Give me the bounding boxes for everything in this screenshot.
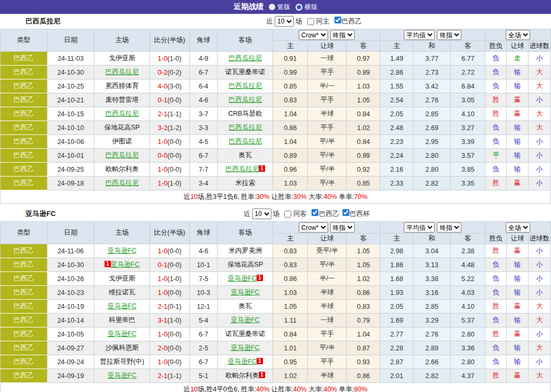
page-title: 近期战绩 [234, 2, 263, 12]
avg-home-cell: 1.86 [380, 258, 413, 272]
summary-text-segment: 大率: [307, 386, 324, 392]
avg-home-cell: 2.54 [380, 93, 413, 107]
average-time-select[interactable]: 终指 [437, 30, 461, 40]
result-wdl-cell: 负 [485, 135, 507, 149]
odds-home-cell: 0.83 [273, 258, 308, 272]
team-cell: 亚马逊FC [94, 327, 150, 341]
summary-text-segment: 40% [256, 386, 269, 392]
match-count-select[interactable]: 10 [252, 209, 271, 219]
focus-team-link[interactable]: 巴西瓜拉尼 [229, 82, 262, 90]
focus-team-link[interactable]: 巴西瓜拉尼 [106, 110, 139, 117]
focus-team-link[interactable]: 亚马逊FC [108, 330, 137, 338]
fulltime-header: 全场 [485, 29, 551, 41]
average-select[interactable]: 平均值 [404, 30, 435, 40]
sub-column-header: 让球 [308, 234, 347, 244]
radio-selected-icon[interactable] [269, 4, 275, 10]
focus-team-link[interactable]: 亚马逊FC [231, 344, 260, 351]
fulltime-score: 0-2 [158, 69, 167, 76]
corner-cell: 2-5 [189, 341, 218, 355]
matches-table: 类型日期主场比分(半场)角球客场Crow*终指平均值终指全场 主让球客主和客胜负… [0, 221, 551, 383]
summary-text-segment: 让胜率: [269, 386, 293, 392]
odds-away-cell: 0.97 [347, 52, 380, 66]
same-venue-checkbox[interactable] [284, 211, 291, 218]
focus-team-link[interactable]: 巴西瓜拉尼 [106, 68, 139, 76]
odds-handicap-cell: 平手 [308, 66, 347, 79]
average-select[interactable]: 平均值 [404, 222, 435, 233]
focus-team-link[interactable]: 亚马逊FC [228, 275, 257, 282]
halftime-score: (0-0) [167, 345, 181, 352]
focus-team-link[interactable]: 巴西瓜拉尼 [229, 138, 262, 145]
average-time-select[interactable]: 终指 [437, 222, 461, 233]
team-cell: 巴西瓜拉尼 [218, 93, 273, 107]
odds-time-select[interactable]: 终指 [330, 222, 355, 233]
league-type-cell: 巴西乙 [1, 272, 47, 286]
focus-team-link[interactable]: 亚马逊FC [231, 289, 260, 296]
odds-time-select[interactable]: 终指 [330, 30, 355, 40]
league-type-cell: 巴西乙 [1, 93, 47, 107]
avg-home-cell: 2.33 [380, 177, 413, 190]
focus-team-link[interactable]: 巴西瓜拉尼 [106, 179, 139, 187]
focus-team-link[interactable]: 巴西瓜拉尼 [229, 96, 262, 103]
focus-team-link[interactable]: 巴西瓜拉尼 [229, 124, 262, 131]
match-row: 巴西乙24-09-24普拉斯哥野(中)1-0(0-0)6-7亚马逊FC10.95… [1, 355, 551, 369]
corner-cell: 4-5 [189, 135, 218, 149]
summary-text-segment: 10 [190, 386, 198, 392]
layout-horizontal-radio[interactable]: 横版 [296, 3, 317, 12]
corner-cell: 7-7 [189, 163, 218, 177]
score-cell: 1-0(0-0) [150, 135, 189, 149]
bookmaker-select[interactable]: Crow* [299, 222, 328, 233]
corner-cell: 5-1 [189, 369, 218, 383]
avg-draw-cell: 2.89 [413, 341, 451, 355]
same-venue-checkbox[interactable] [307, 18, 314, 25]
match-row: 巴西乙24-10-23维拉诺瓦1-0(0-0)10-3亚马逊FC1.03半球0.… [1, 286, 551, 300]
focus-team-link[interactable]: 亚马逊FC [231, 316, 260, 324]
match-date-cell: 24-10-26 [47, 272, 94, 286]
focus-team-link[interactable]: 亚马逊FC [108, 372, 137, 379]
matches-table: 类型日期主场比分(半场)角球客场Crow*终指平均值终指全场 主让球客主和客胜负… [0, 29, 551, 190]
team-name-text: 米拉索 [235, 179, 255, 187]
score-cell: 1-0(0-0) [150, 327, 189, 341]
match-date-cell: 24-09-27 [47, 341, 94, 355]
match-date-cell: 24-10-14 [47, 314, 94, 327]
score-cell: 2-1(1-1) [150, 369, 189, 383]
avg-home-cell: 1.93 [380, 286, 413, 300]
fulltime-select[interactable]: 全场 [506, 222, 530, 233]
focus-team-link[interactable]: 亚马逊FC [108, 247, 137, 254]
match-row: 巴西乙24-10-15巴西瓜拉尼2-1(1-1)3-7CRB马瑟欧1.04半球0… [1, 107, 551, 121]
focus-team-link[interactable]: 亚马逊FC [111, 261, 140, 268]
sub-column-header: 和 [413, 41, 451, 52]
focus-team-link[interactable]: 巴西瓜拉尼 [229, 54, 262, 62]
avg-draw-cell: 2.80 [413, 163, 451, 177]
league-checkbox[interactable] [342, 209, 349, 216]
result-wdl-cell: 负 [485, 66, 507, 79]
summary-text-segment: 单率: [337, 386, 354, 392]
layout-vertical-radio[interactable]: 竖版 [269, 3, 290, 12]
score-cell: 2-1(1-1) [150, 107, 189, 121]
result-handicap-cell: 输 [507, 341, 528, 355]
corner-cell: 4-6 [189, 93, 218, 107]
focus-team-link[interactable]: 亚马逊FC [228, 358, 257, 365]
match-date-cell: 24-09-24 [47, 355, 94, 369]
league-checkbox[interactable] [334, 17, 341, 23]
team-section: 巴西瓜拉尼 近 10 场 同主 巴西乙 类型日期主场比分(半场)角球客场Crow… [0, 14, 551, 206]
match-row: 巴西乙24-10-14科里蒂巴3-1(1-0)5-4亚马逊FC1.11一球0.7… [1, 314, 551, 327]
match-date-cell: 24-10-30 [47, 66, 94, 79]
focus-team-link[interactable]: 巴西瓜拉尼 [106, 151, 139, 159]
match-count-select[interactable]: 10 [275, 16, 294, 27]
result-handicap-cell: 输 [507, 66, 528, 79]
focus-team-link[interactable]: 亚马逊FC [108, 302, 137, 310]
bookmaker-select[interactable]: Crow* [299, 30, 328, 40]
team-cell: 巴西瓜拉尼 [94, 149, 150, 163]
odds-handicap-cell: 平/半 [308, 163, 347, 177]
avg-away-cell: 3.35 [451, 177, 485, 190]
fulltime-select[interactable]: 全场 [506, 30, 530, 40]
summary-text-segment: 40% [293, 386, 307, 392]
score-cell: 3-2(1-2) [150, 121, 189, 135]
radio-unselected-icon[interactable] [296, 4, 302, 11]
summary-text-segment: 近 [183, 386, 190, 392]
avg-draw-cell: 2.85 [413, 107, 451, 121]
result-wdl-cell: 胜 [485, 177, 507, 190]
table-head: 类型日期主场比分(半场)角球客场Crow*终指平均值终指全场 主让球客主和客胜负… [1, 29, 551, 52]
focus-team-link[interactable]: 巴西瓜拉尼 [226, 165, 259, 173]
league-checkbox[interactable] [312, 209, 318, 216]
